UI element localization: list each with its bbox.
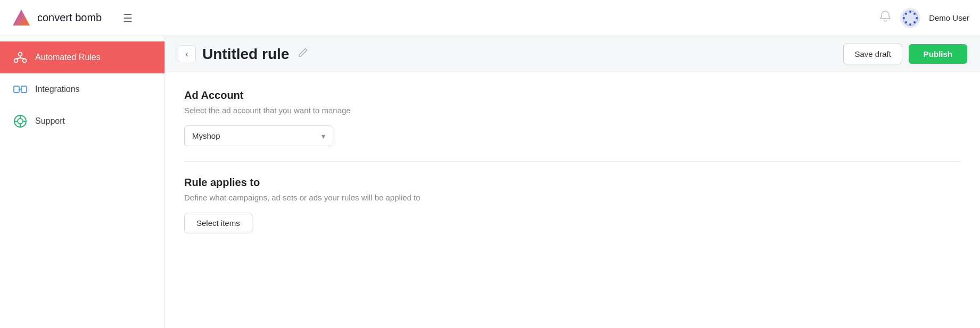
sidebar: Automated Rules Integrations Support <box>0 36 165 328</box>
svg-point-2 <box>909 11 911 13</box>
content-header-left: ‹ Untitled rule <box>178 45 308 63</box>
rule-applies-to-description: Define what campaigns, ad sets or ads yo… <box>184 193 961 202</box>
svg-rect-16 <box>14 86 19 92</box>
main-layout: Automated Rules Integrations Support <box>0 36 980 328</box>
navbar: convert bomb ☰ Demo <box>0 0 980 36</box>
avatar <box>900 8 920 28</box>
edit-icon[interactable] <box>298 47 308 61</box>
logo-light: bomb <box>75 12 102 23</box>
svg-point-12 <box>23 59 27 63</box>
chevron-down-icon: ▾ <box>322 132 325 140</box>
sidebar-label-integrations: Integrations <box>35 85 80 94</box>
svg-point-20 <box>18 119 23 124</box>
svg-line-14 <box>16 58 20 59</box>
navbar-right: Demo User <box>879 8 969 28</box>
rule-title: Untitled rule <box>202 46 289 63</box>
content-area: ‹ Untitled rule Save draft Publish Ad Ac… <box>165 36 980 328</box>
content-header: ‹ Untitled rule Save draft Publish <box>165 36 980 72</box>
svg-marker-0 <box>13 10 30 26</box>
logo-text: convert bomb <box>37 12 102 24</box>
bell-icon[interactable] <box>879 10 892 26</box>
content-body: Ad Account Select the ad account that yo… <box>165 72 980 328</box>
support-icon <box>13 114 28 129</box>
hamburger-icon[interactable]: ☰ <box>123 12 133 24</box>
back-button[interactable]: ‹ <box>178 45 196 63</box>
svg-point-6 <box>909 23 911 26</box>
sidebar-label-automated-rules: Automated Rules <box>35 53 101 62</box>
svg-point-1 <box>903 11 918 26</box>
svg-point-5 <box>913 21 916 23</box>
sidebar-item-automated-rules[interactable]: Automated Rules <box>0 41 164 73</box>
svg-point-11 <box>14 59 18 63</box>
svg-point-7 <box>905 21 907 23</box>
save-draft-button[interactable]: Save draft <box>843 44 902 64</box>
logo-icon <box>11 7 32 29</box>
rule-applies-to-title: Rule applies to <box>184 176 961 189</box>
automated-rules-icon <box>13 50 28 65</box>
ad-account-dropdown[interactable]: Myshop ▾ <box>184 125 333 146</box>
navbar-left: convert bomb ☰ <box>11 7 133 29</box>
sidebar-label-support: Support <box>35 116 65 126</box>
publish-button[interactable]: Publish <box>909 44 967 64</box>
svg-point-4 <box>916 17 918 19</box>
user-name: Demo User <box>929 13 969 22</box>
svg-point-8 <box>903 17 905 19</box>
rule-applies-to-section: Rule applies to Define what campaigns, a… <box>184 176 961 233</box>
integrations-icon <box>13 82 28 97</box>
section-divider <box>184 161 961 162</box>
svg-point-9 <box>905 13 907 15</box>
svg-rect-17 <box>21 86 27 92</box>
sidebar-item-support[interactable]: Support <box>0 105 164 137</box>
select-items-button[interactable]: Select items <box>184 213 252 233</box>
content-header-right: Save draft Publish <box>843 44 967 64</box>
ad-account-section: Ad Account Select the ad account that yo… <box>184 89 961 146</box>
logo-bold: convert <box>37 12 72 23</box>
ad-account-description: Select the ad account that you want to m… <box>184 106 961 115</box>
svg-line-15 <box>20 58 24 59</box>
sidebar-item-integrations[interactable]: Integrations <box>0 73 164 105</box>
svg-point-10 <box>19 53 22 56</box>
svg-point-3 <box>913 13 916 15</box>
ad-account-title: Ad Account <box>184 89 961 102</box>
ad-account-selected: Myshop <box>192 131 220 140</box>
